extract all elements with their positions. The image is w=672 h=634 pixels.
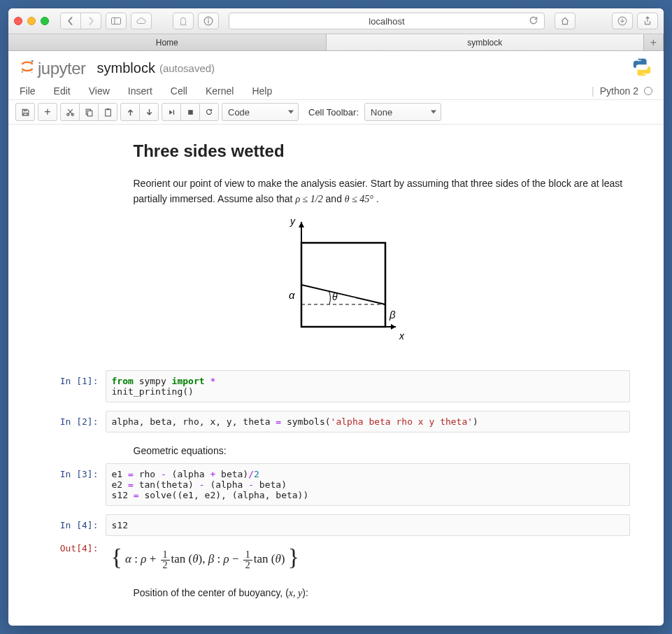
plus-icon: + — [44, 106, 50, 118]
code-text: s12 — [112, 520, 128, 530]
output-cell-4: Out[4]: { α : ρ + 12tan (θ), β : ρ − 12t… — [43, 537, 630, 582]
jupyter-menubar: File Edit View Insert Cell Kernel Help |… — [8, 83, 664, 100]
back-button[interactable] — [60, 13, 81, 29]
code-cell-4[interactable]: In [4]: s12 — [43, 513, 630, 537]
x-axis-label: x — [399, 330, 405, 341]
window-controls — [14, 17, 49, 25]
extension-button-1[interactable] — [173, 13, 194, 29]
code-input[interactable]: e1 = rho - (alpha + beta)/2 e2 = tan(the… — [106, 463, 630, 506]
in-prompt: In [3]: — [43, 463, 106, 506]
safari-new-tab-button[interactable]: + — [644, 34, 664, 50]
forward-button[interactable] — [80, 13, 101, 29]
kernel-name[interactable]: Python 2 — [600, 85, 638, 97]
menu-edit[interactable]: Edit — [54, 85, 71, 97]
notebook-title[interactable]: symblock — [97, 60, 155, 76]
jupyter-logo-icon — [20, 59, 35, 78]
jupyter-logo-text: jupyter — [38, 59, 86, 78]
jupyter-app: jupyter symblock (autosaved) File Edit V… — [8, 51, 664, 626]
downloads-button[interactable] — [612, 13, 633, 29]
menu-kernel[interactable]: Kernel — [206, 85, 234, 97]
interrupt-button[interactable] — [180, 103, 200, 121]
code-cell-2[interactable]: In [2]: alpha, beta, rho, x, y, theta = … — [43, 409, 630, 439]
tab-label: Home — [156, 38, 178, 48]
code-cell-3[interactable]: In [3]: e1 = rho - (alpha + beta)/2 e2 =… — [43, 462, 630, 513]
arrow-up-icon — [127, 108, 134, 116]
page-heading: Three sides wetted — [134, 141, 630, 161]
svg-rect-18 — [188, 110, 193, 115]
buoy-text-2: ): — [302, 587, 308, 598]
circle-i-icon — [203, 16, 213, 26]
safari-tab-symblock[interactable]: symblock — [327, 34, 645, 50]
cut-button[interactable] — [60, 103, 80, 121]
move-down-button[interactable] — [139, 103, 159, 121]
code-cell-1[interactable]: In [1]: from sympy import * init_printin… — [43, 369, 630, 409]
menu-file[interactable]: File — [20, 85, 36, 97]
menu-insert[interactable]: Insert — [128, 85, 152, 97]
icloud-button[interactable] — [131, 13, 152, 29]
share-button[interactable] — [637, 13, 658, 29]
clipboard-icon — [103, 108, 113, 117]
in-prompt: In [1]: — [43, 370, 106, 402]
code-input[interactable]: from sympy import * init_printing() — [106, 370, 630, 402]
svg-point-4 — [208, 18, 209, 20]
safari-toolbar: localhost — [8, 8, 664, 34]
markdown-cell-heading: Three sides wetted Reorient our point of… — [43, 141, 630, 206]
code-input[interactable]: s12 — [106, 514, 630, 536]
markdown-geometric: Geometric equations: — [43, 439, 630, 462]
svg-rect-0 — [112, 18, 121, 24]
add-cell-button[interactable]: + — [38, 103, 57, 121]
run-button[interactable] — [162, 103, 181, 121]
cell-type-value: Code — [228, 107, 250, 118]
menu-cell[interactable]: Cell — [171, 85, 187, 97]
cell-toolbar-select[interactable]: None — [364, 103, 441, 121]
copy-button[interactable] — [79, 103, 99, 121]
paste-button[interactable] — [98, 103, 117, 121]
share-icon — [643, 16, 652, 26]
beta-label: β — [389, 309, 396, 320]
save-button[interactable] — [15, 103, 35, 121]
output-math: { α : ρ + 12tan (θ), β : ρ − 12tan (θ) } — [106, 537, 630, 575]
menu-view[interactable]: View — [89, 85, 110, 97]
arrow-down-icon — [145, 108, 153, 116]
svg-rect-15 — [105, 109, 110, 116]
svg-marker-22 — [299, 222, 304, 227]
safari-tab-home[interactable]: Home — [8, 34, 327, 50]
stop-icon — [187, 108, 194, 116]
svg-point-10 — [645, 73, 646, 74]
close-window-icon[interactable] — [14, 17, 22, 25]
chevron-right-icon — [86, 16, 96, 26]
python-logo-icon — [631, 57, 652, 80]
block-diagram-svg: x y θ α β — [259, 215, 413, 348]
code-input[interactable]: alpha, beta, rho, x, y, theta = symbols(… — [106, 411, 630, 432]
svg-line-24 — [301, 285, 385, 304]
safari-window: localhost Home symblock + jupyter — [8, 8, 664, 626]
tab-label: symblock — [467, 38, 502, 48]
jupyter-logo[interactable]: jupyter — [20, 59, 86, 78]
svg-marker-20 — [391, 324, 396, 330]
zoom-window-icon[interactable] — [41, 17, 49, 25]
notebook-content: Three sides wetted Reorient our point of… — [43, 125, 630, 619]
floppy-icon — [21, 108, 30, 117]
svg-point-6 — [31, 59, 34, 62]
svg-point-7 — [22, 71, 23, 72]
sidebar-button[interactable] — [106, 13, 127, 29]
cell-toolbar-label: Cell Toolbar: — [308, 107, 359, 118]
divider: | — [592, 85, 594, 97]
extension-button-2[interactable] — [198, 13, 219, 29]
ghost-icon — [178, 16, 188, 26]
address-bar[interactable]: localhost — [229, 13, 545, 29]
cell-toolbar-value: None — [371, 107, 392, 118]
svg-point-9 — [638, 60, 639, 62]
restart-button[interactable] — [199, 103, 219, 121]
cell-type-select[interactable]: Code — [222, 103, 299, 121]
y-axis-label: y — [289, 216, 296, 227]
alpha-label: α — [289, 289, 295, 301]
scissors-icon — [66, 108, 75, 117]
top-sites-button[interactable] — [555, 13, 576, 29]
move-up-button[interactable] — [120, 103, 140, 121]
reload-button[interactable] — [529, 15, 538, 27]
minimize-window-icon[interactable] — [27, 17, 36, 25]
notebook-area[interactable]: Three sides wetted Reorient our point of… — [8, 125, 664, 626]
address-text: localhost — [369, 16, 404, 27]
menu-help[interactable]: Help — [252, 85, 272, 97]
